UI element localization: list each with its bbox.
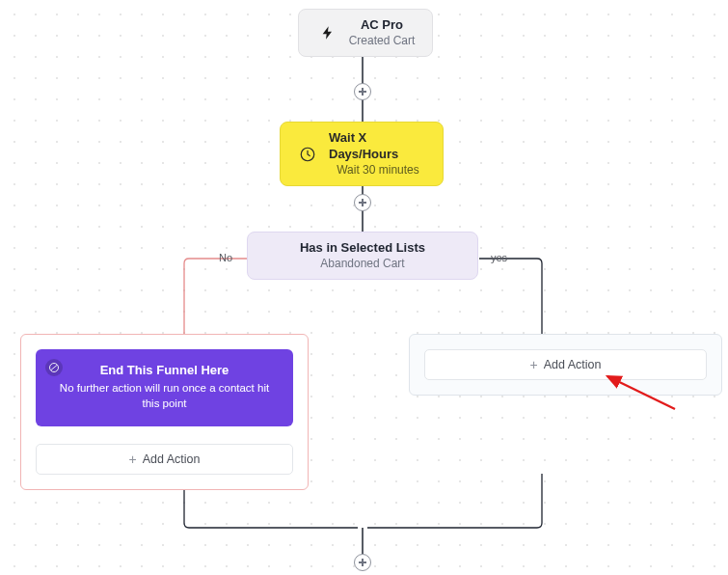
trigger-title: AC Pro xyxy=(361,17,403,34)
plus-icon: + xyxy=(530,357,538,372)
add-step-plus-2[interactable] xyxy=(354,194,371,211)
trigger-node[interactable]: AC Pro Created Cart xyxy=(298,9,433,57)
no-entry-icon xyxy=(45,359,63,376)
wait-title: Wait X Days/Hours xyxy=(329,130,427,163)
add-step-plus-1[interactable] xyxy=(354,83,371,100)
trigger-subtitle: Created Cart xyxy=(349,34,416,49)
condition-subtitle: Abandoned Cart xyxy=(320,257,404,272)
branch-label-yes: yes xyxy=(491,252,507,263)
yes-branch-panel: + Add Action xyxy=(409,334,722,396)
condition-node[interactable]: Has in Selected Lists Abandoned Cart xyxy=(247,232,478,280)
bolt-icon xyxy=(316,21,339,44)
end-card-title: End This Funnel Here xyxy=(53,363,276,377)
svg-line-5 xyxy=(51,366,57,370)
end-funnel-card[interactable]: End This Funnel Here No further action w… xyxy=(36,349,293,426)
condition-title: Has in Selected Lists xyxy=(300,240,425,257)
add-action-label: Add Action xyxy=(143,452,201,466)
end-card-description: No further action will run once a contac… xyxy=(53,381,276,411)
no-branch-panel: End This Funnel Here No further action w… xyxy=(20,334,309,490)
wait-node[interactable]: Wait X Days/Hours Wait 30 minutes xyxy=(280,122,444,186)
add-action-label: Add Action xyxy=(544,358,602,371)
add-action-button-no[interactable]: + Add Action xyxy=(36,444,293,475)
branch-label-no: No xyxy=(219,252,232,263)
add-action-button-yes[interactable]: + Add Action xyxy=(424,349,707,380)
add-step-plus-3[interactable] xyxy=(354,554,371,571)
wait-subtitle: Wait 30 minutes xyxy=(337,163,419,178)
plus-icon: + xyxy=(129,452,137,467)
clock-icon xyxy=(296,143,319,166)
